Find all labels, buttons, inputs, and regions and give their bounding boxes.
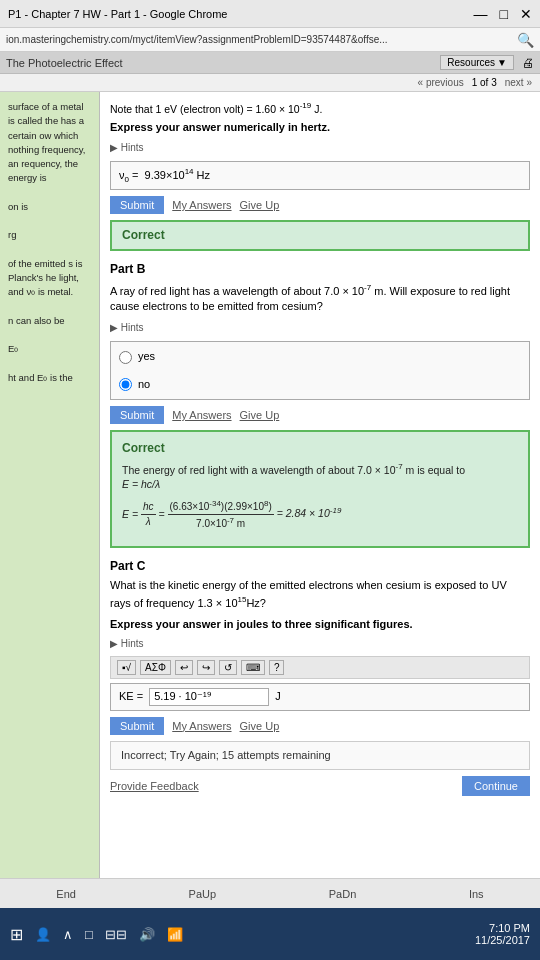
radio-no[interactable]: no <box>119 377 150 392</box>
submit-button-c[interactable]: Submit <box>110 717 164 735</box>
taskbar-time: 7:10 PM 11/25/2017 <box>475 922 530 946</box>
browser-icon[interactable]: ⊟⊟ <box>105 927 127 942</box>
correct-box-b: Correct The energy of red light with a w… <box>110 430 530 547</box>
correct-box-a: Correct <box>110 220 530 251</box>
radio-no-input[interactable] <box>119 378 132 391</box>
hints-b[interactable]: Hints <box>110 320 530 335</box>
hints-link-c[interactable]: Hints <box>110 638 144 649</box>
hints-a[interactable]: Hints <box>110 140 530 155</box>
bottom-end[interactable]: End <box>56 888 76 900</box>
express-joules: Express your answer in joules to three s… <box>110 617 530 632</box>
ke-unit: J <box>275 689 281 704</box>
start-icon[interactable]: ⊞ <box>10 925 23 944</box>
url-text[interactable]: ion.masteringchemistry.com/myct/itemView… <box>6 34 517 45</box>
my-answers-button-c[interactable]: My Answers <box>172 720 231 732</box>
main-area: surface of a metal is called the has a c… <box>0 92 540 926</box>
my-answers-button-a[interactable]: My Answers <box>172 199 231 211</box>
bottom-ins[interactable]: Ins <box>469 888 484 900</box>
time-display: 7:10 PM <box>475 922 530 934</box>
submit-button-b[interactable]: Submit <box>110 406 164 424</box>
printer-icon[interactable]: 🖨 <box>522 56 534 70</box>
answer-box-a: ν0 = 9.39×1014 Hz <box>110 161 530 190</box>
part-c-question: What is the kinetic energy of the emitte… <box>110 578 530 610</box>
toolbar-help-btn[interactable]: ? <box>269 660 285 675</box>
date-display: 11/25/2017 <box>475 934 530 946</box>
resources-button[interactable]: Resources ▼ <box>440 55 514 70</box>
part-c-label: Part C <box>110 558 530 575</box>
bottom-bar: End PaUp PaDn Ins <box>0 878 540 908</box>
answer-a-text: ν0 = 9.39×1014 Hz <box>119 166 210 185</box>
toolbar-matrix-btn[interactable]: ▪√ <box>117 660 136 675</box>
resources-label: Resources <box>447 57 495 68</box>
radio-yes-label: yes <box>138 349 155 364</box>
radio-yes[interactable]: yes <box>119 349 155 364</box>
radio-yes-input[interactable] <box>119 351 132 364</box>
network-icon[interactable]: 📶 <box>167 927 183 942</box>
tab-bar: The Photoelectric Effect Resources ▼ 🖨 <box>0 52 540 74</box>
maximize-button[interactable]: □ <box>500 6 508 22</box>
correct-title-b: Correct <box>122 440 518 457</box>
give-up-button-b[interactable]: Give Up <box>240 409 280 421</box>
pagination-bar: « previous 1 of 3 next » <box>0 74 540 92</box>
part-b-question: A ray of red light has a wavelength of a… <box>110 282 530 314</box>
url-bar: ion.masteringchemistry.com/myct/itemView… <box>0 28 540 52</box>
minimize-button[interactable]: — <box>474 6 488 22</box>
toolbar-redo-btn[interactable]: ↪ <box>197 660 215 675</box>
continue-button[interactable]: Continue <box>462 776 530 796</box>
button-row-b: Submit My Answers Give Up <box>110 406 530 424</box>
content-area: Note that 1 eV (electron volt) = 1.60 × … <box>100 92 540 926</box>
ke-input[interactable] <box>149 688 269 706</box>
express-hertz: Express your answer numerically in hertz… <box>110 120 530 135</box>
button-row-c: Submit My Answers Give Up <box>110 717 530 735</box>
part-b-label: Part B <box>110 261 530 278</box>
equation-display: E = hc λ = (6.63×10-34)(2.99×108) 7.0×10… <box>122 498 518 532</box>
incorrect-box: Incorrect; Try Again; 15 attempts remain… <box>110 741 530 770</box>
give-up-button-a[interactable]: Give Up <box>240 199 280 211</box>
radio-no-label: no <box>138 377 150 392</box>
note-text: Note that 1 eV (electron volt) = 1.60 × … <box>110 100 530 116</box>
window-icon[interactable]: □ <box>85 927 93 942</box>
taskbar: ⊞ 👤 ∧ □ ⊟⊟ 🔊 📶 7:10 PM 11/25/2017 <box>0 908 540 960</box>
toolbar-refresh-btn[interactable]: ↺ <box>219 660 237 675</box>
title-bar: P1 - Chapter 7 HW - Part 1 - Google Chro… <box>0 0 540 28</box>
search-icon[interactable]: 👤 <box>35 927 51 942</box>
submit-button-a[interactable]: Submit <box>110 196 164 214</box>
provide-feedback-button[interactable]: Provide Feedback <box>110 780 199 792</box>
incorrect-text: Incorrect; Try Again; 15 attempts remain… <box>121 749 331 761</box>
give-up-button-c[interactable]: Give Up <box>240 720 280 732</box>
toolbar-keyboard-btn[interactable]: ⌨ <box>241 660 265 675</box>
window-title: P1 - Chapter 7 HW - Part 1 - Google Chro… <box>8 8 474 20</box>
ke-input-row: KE = J <box>110 683 530 711</box>
ke-label: KE = <box>119 689 143 704</box>
my-answers-button-b[interactable]: My Answers <box>172 409 231 421</box>
search-icon[interactable]: 🔍 <box>517 32 534 48</box>
page-info: 1 of 3 <box>472 77 497 88</box>
button-row-a: Submit My Answers Give Up <box>110 196 530 214</box>
chevron-icon[interactable]: ∧ <box>63 927 73 942</box>
bottom-padn[interactable]: PaDn <box>329 888 357 900</box>
toolbar-aef-btn[interactable]: ΑΣΦ <box>140 660 171 675</box>
correct-label-a: Correct <box>122 228 165 242</box>
hints-link-b[interactable]: Hints <box>110 322 144 333</box>
toolbar-undo-btn[interactable]: ↩ <box>175 660 193 675</box>
bottom-paup[interactable]: PaUp <box>189 888 217 900</box>
hints-c[interactable]: Hints <box>110 636 530 651</box>
sidebar: surface of a metal is called the has a c… <box>0 92 100 926</box>
tab-label: The Photoelectric Effect <box>6 57 123 69</box>
next-link[interactable]: next » <box>505 77 532 88</box>
feedback-row: Provide Feedback Continue <box>110 776 530 796</box>
hints-link-a[interactable]: Hints <box>110 142 144 153</box>
prev-link[interactable]: « previous <box>418 77 464 88</box>
sound-icon[interactable]: 🔊 <box>139 927 155 942</box>
close-button[interactable]: ✕ <box>520 6 532 22</box>
sidebar-text: surface of a metal is called the has a c… <box>8 100 91 385</box>
taskbar-icons: ⊞ 👤 ∧ □ ⊟⊟ 🔊 📶 <box>10 925 183 944</box>
dropdown-icon: ▼ <box>497 57 507 68</box>
math-toolbar: ▪√ ΑΣΦ ↩ ↪ ↺ ⌨ ? <box>110 656 530 679</box>
correct-text-b: The energy of red light with a wavelengt… <box>122 461 518 492</box>
window-controls[interactable]: — □ ✕ <box>474 6 532 22</box>
radio-group-b: yes no <box>110 341 530 400</box>
